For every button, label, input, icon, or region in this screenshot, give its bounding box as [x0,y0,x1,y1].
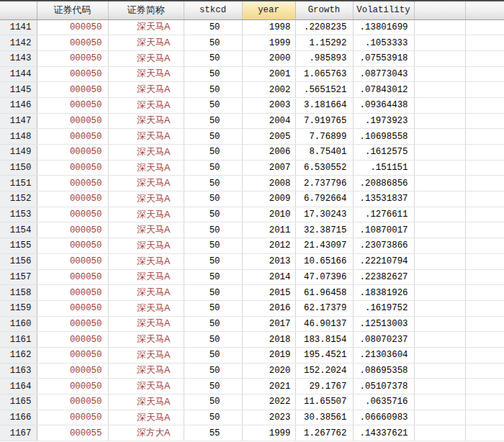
cell-growth[interactable]: 62.17379 [295,300,353,316]
cell-empty[interactable] [465,269,504,285]
row-number[interactable]: 1149 [0,145,37,161]
row-number[interactable]: 1151 [0,176,37,191]
cell-growth[interactable]: 152.2024 [295,363,353,379]
cell-security-code[interactable]: 000050 [37,363,108,379]
cell-empty[interactable] [465,425,504,441]
cell-empty[interactable] [414,363,465,379]
cell-stkcd[interactable]: 50 [184,300,242,316]
cell-year[interactable]: 2020 [242,363,295,379]
cell-stkcd[interactable]: 50 [184,176,242,191]
cell-security-name[interactable]: 深天马A [108,82,184,98]
cell-empty[interactable] [465,160,504,176]
cell-volatility[interactable]: .18381926 [353,285,414,301]
cell-growth[interactable]: 7.919765 [295,113,353,129]
cell-empty[interactable] [414,145,465,161]
cell-growth[interactable]: 183.8154 [295,332,353,348]
cell-security-code[interactable]: 000050 [37,207,108,222]
cell-security-code[interactable]: 000050 [37,285,108,301]
cell-stkcd[interactable]: 50 [184,66,242,82]
cell-growth[interactable]: 47.07396 [295,269,353,285]
cell-empty[interactable] [414,379,465,394]
cell-volatility[interactable]: .20886856 [353,176,414,191]
cell-stkcd[interactable]: 55 [184,425,242,441]
cell-growth[interactable]: 46.90137 [295,316,353,332]
cell-stkcd[interactable]: 50 [184,129,242,145]
cell-empty[interactable] [414,191,465,207]
row-number[interactable]: 1148 [0,129,37,145]
cell-growth[interactable]: 29.1767 [295,379,353,394]
cell-stkcd[interactable]: 50 [184,50,242,66]
cell-empty[interactable] [414,160,465,176]
cell-volatility[interactable]: .14337621 [353,425,414,441]
cell-security-name[interactable]: 深天马A [108,379,184,394]
cell-security-code[interactable]: 000050 [37,160,108,176]
cell-year[interactable]: 2011 [242,222,295,238]
cell-empty[interactable] [465,19,504,35]
cell-security-code[interactable]: 000050 [37,191,108,207]
cell-volatility[interactable]: .151151 [353,160,414,176]
cell-growth[interactable]: 11.65507 [295,394,353,410]
cell-security-name[interactable]: 深天马A [108,19,184,35]
cell-empty[interactable] [414,253,465,269]
cell-empty[interactable] [465,97,504,113]
row-number[interactable]: 1156 [0,253,37,269]
column-header-stkcd[interactable]: stkcd [184,1,242,19]
cell-volatility[interactable]: .08070237 [353,332,414,348]
cell-growth[interactable]: 17.30243 [295,207,353,222]
cell-empty[interactable] [465,66,504,82]
row-number[interactable]: 1158 [0,285,37,301]
cell-year[interactable]: 2019 [242,347,295,363]
cell-volatility[interactable]: .0635716 [353,394,414,410]
cell-year[interactable]: 2003 [242,97,295,113]
row-number[interactable]: 1147 [0,113,37,129]
row-number[interactable]: 1141 [0,19,37,35]
cell-empty[interactable] [465,191,504,207]
row-number[interactable]: 1152 [0,191,37,207]
cell-year[interactable]: 1999 [242,425,295,441]
row-number[interactable]: 1165 [0,394,37,410]
cell-volatility[interactable]: .09364438 [353,97,414,113]
cell-empty[interactable] [414,82,465,98]
cell-security-code[interactable]: 000050 [37,269,108,285]
cell-security-name[interactable]: 深天马A [108,97,184,113]
cell-security-code[interactable]: 000050 [37,66,108,82]
cell-growth[interactable]: 8.75401 [295,145,353,161]
cell-growth[interactable]: 10.65166 [295,253,353,269]
cell-growth[interactable]: 6.792664 [295,191,353,207]
cell-year[interactable]: 2006 [242,145,295,161]
cell-stkcd[interactable]: 50 [184,379,242,394]
cell-security-code[interactable]: 000050 [37,35,108,51]
cell-stkcd[interactable]: 50 [184,113,242,129]
cell-security-name[interactable]: 深天马A [108,253,184,269]
cell-security-code[interactable]: 000050 [37,113,108,129]
cell-stkcd[interactable]: 50 [184,316,242,332]
cell-stkcd[interactable]: 50 [184,410,242,425]
row-number[interactable]: 1153 [0,207,37,222]
cell-empty[interactable] [414,300,465,316]
cell-security-code[interactable]: 000055 [37,425,108,441]
cell-security-code[interactable]: 000050 [37,410,108,425]
cell-security-code[interactable]: 000050 [37,176,108,191]
cell-year[interactable]: 1998 [242,19,295,35]
cell-stkcd[interactable]: 50 [184,145,242,161]
cell-security-code[interactable]: 000050 [37,300,108,316]
cell-empty[interactable] [465,285,504,301]
cell-stkcd[interactable]: 50 [184,160,242,176]
cell-empty[interactable] [414,35,465,51]
cell-year[interactable]: 2012 [242,238,295,254]
cell-security-code[interactable]: 000050 [37,253,108,269]
cell-growth[interactable]: 61.96458 [295,285,353,301]
cell-empty[interactable] [465,332,504,348]
cell-empty[interactable] [465,379,504,394]
cell-security-name[interactable]: 深天马A [108,176,184,191]
cell-year[interactable]: 2013 [242,253,295,269]
cell-security-name[interactable]: 深天马A [108,160,184,176]
cell-volatility[interactable]: .13801699 [353,19,414,35]
cell-empty[interactable] [414,410,465,425]
cell-security-name[interactable]: 深天马A [108,222,184,238]
cell-growth[interactable]: 21.43097 [295,238,353,254]
cell-volatility[interactable]: .07843012 [353,82,414,98]
cell-growth[interactable]: 1.15292 [295,35,353,51]
cell-security-name[interactable]: 深天马A [108,207,184,222]
cell-empty[interactable] [414,332,465,348]
